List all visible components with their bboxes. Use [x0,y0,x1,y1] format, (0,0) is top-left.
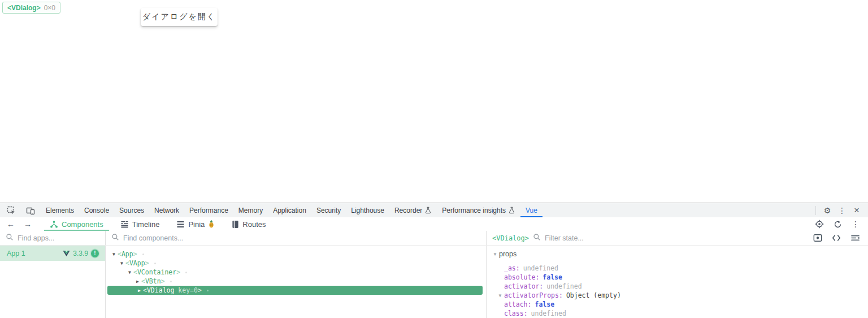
list-icon [176,221,185,228]
devtools-tab-performance-insights[interactable]: Performance insights [437,203,520,217]
prop-colon: : [535,273,539,281]
toolbar-divider [815,206,816,215]
toggle-expanded-icon[interactable]: ▼ [110,252,118,257]
devtools-tab-performance[interactable]: Performance [184,203,233,217]
prop-row-activatorprops[interactable]: ▼activatorProps:Object (empty) [487,291,868,300]
book-icon [232,220,239,229]
inspect-dom-icon[interactable] [832,234,841,242]
prop-key: activatorProps [504,291,559,299]
filter-state-input[interactable] [545,234,809,242]
component-tag: <App> [118,250,137,258]
render-indicator-dot [154,263,156,264]
tab-label: Security [316,207,341,214]
badge-size-text: 0×0 [44,4,55,12]
tab-label: Routes [242,220,266,229]
prop-colon: : [516,264,520,272]
badge-component-tag: <VDialog> [7,4,41,12]
vue-more-options-icon[interactable]: ⋮ [849,218,862,230]
prop-row-class[interactable]: class:undefined [487,309,868,318]
tab-label: Sources [119,207,144,214]
devtools-tab-memory[interactable]: Memory [233,203,268,217]
toggle-expanded-icon[interactable]: ▼ [126,270,133,275]
history-forward-icon[interactable]: → [24,220,32,229]
settings-gear-icon[interactable]: ⚙ [821,204,834,217]
prop-colon: : [528,300,532,308]
pineapple-icon [208,220,215,228]
tree-row-vdialog[interactable]: ▶<VDialog key=0> [107,286,483,295]
section-gap [487,259,868,264]
devtools-tab-application[interactable]: Application [268,203,311,217]
panel-content: App 13.3.9! ▼<App>▼<VApp>▼<VContainer>▶<… [0,246,868,318]
prop-value: Object (empty) [566,291,621,299]
tree-row-vbtn[interactable]: ▶<VBtn> [106,277,486,286]
state-panel: ▼props_as:undefinedabsolute:falseactivat… [487,246,868,318]
devtools-tab-elements[interactable]: Elements [41,203,79,217]
vue-tab-components[interactable]: Components [44,217,109,231]
render-indicator-dot [185,272,187,273]
find-components-input[interactable] [123,234,480,242]
prop-key: _as [504,264,516,272]
tree-row-vapp[interactable]: ▼<VApp> [106,259,486,268]
experiment-flask-icon [424,207,432,214]
tab-label: Performance insights [442,207,506,214]
devtools-tab-console[interactable]: Console [79,203,114,217]
prop-value: false [535,300,554,308]
tab-label: Pinia [188,220,205,229]
devtools-tab-lighthouse[interactable]: Lighthouse [346,203,389,217]
app-list-item[interactable]: App 13.3.9! [0,246,105,261]
app-name: App 1 [7,250,25,257]
prop-row-attach[interactable]: attach:false [487,300,868,309]
prop-key: activator [504,282,539,290]
devtools-tab-network[interactable]: Network [149,203,184,217]
tab-label: Console [84,207,109,214]
history-back-icon[interactable]: ← [7,220,15,229]
select-component-target-icon[interactable] [813,218,826,230]
apps-panel: App 13.3.9! [0,246,106,318]
device-toolbar-icon[interactable] [24,204,37,217]
devtools-tab-vue[interactable]: Vue [520,203,542,217]
tab-label: Network [154,207,179,214]
vue-logo-icon [63,250,70,257]
tree-row-vcontainer[interactable]: ▼<VContainer> [106,268,486,277]
tab-label: Vue [526,207,537,214]
prop-value: undefined [523,264,558,272]
tab-label: Timeline [132,220,160,229]
scroll-to-component-icon[interactable] [813,234,822,242]
toggle-collapsed-icon[interactable]: ▶ [136,288,143,293]
close-devtools-icon[interactable]: × [850,204,863,217]
more-options-icon[interactable]: ⋮ [835,204,849,217]
prop-colon: : [559,291,563,299]
toggle-collapsed-icon[interactable]: ▶ [134,279,141,284]
devtools-tab-sources[interactable]: Sources [114,203,149,217]
vue-toolbar: ← → ComponentsTimelinePiniaRoutes ⋮ [0,217,868,231]
section-label: props [499,250,517,258]
component-tag: <VApp> [125,259,149,267]
prop-row--as[interactable]: _as:undefined [487,264,868,273]
devtools-tab-recorder[interactable]: Recorder [389,203,437,217]
find-apps-input[interactable] [18,234,99,242]
search-icon [6,233,14,243]
inspect-element-icon[interactable] [5,204,18,217]
app-page: <VDialog> 0×0 ダイアログを開く [0,0,868,203]
tab-label: Performance [189,207,228,214]
experiment-flask-icon [508,207,515,214]
prop-row-activator[interactable]: activator:undefined [487,282,868,291]
refresh-icon[interactable] [831,218,844,230]
devtools-tab-security[interactable]: Security [311,203,346,217]
search-icon [111,233,119,243]
component-tag: <VDialog key=0> [143,286,202,294]
toggle-expanded-icon[interactable]: ▼ [496,293,504,298]
state-section-props[interactable]: ▼props [487,249,868,259]
selected-component-tag: <VDialog> [492,234,529,242]
vdialog-size-badge: <VDialog> 0×0 [2,2,60,14]
prop-value: undefined [546,282,581,290]
tree-row-app[interactable]: ▼<App> [106,250,486,259]
open-dialog-button[interactable]: ダイアログを開く [141,8,218,26]
vue-tab-pinia[interactable]: Pinia [171,217,220,231]
prop-row-absolute[interactable]: absolute:false [487,273,868,282]
toggle-expanded-icon[interactable]: ▼ [118,261,125,266]
collapse-panel-icon[interactable] [850,234,860,242]
vue-tab-routes[interactable]: Routes [226,217,271,231]
toggle-expanded-icon[interactable]: ▼ [491,252,499,257]
vue-tab-timeline[interactable]: Timeline [115,217,166,231]
